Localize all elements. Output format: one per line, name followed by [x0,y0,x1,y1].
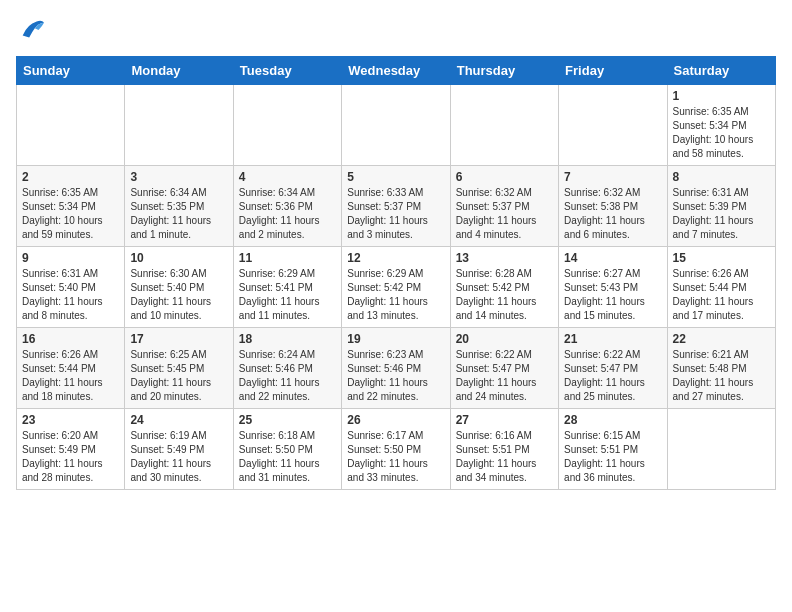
day-number: 19 [347,332,444,346]
day-header-tuesday: Tuesday [233,57,341,85]
day-number: 1 [673,89,770,103]
logo-bird-icon [18,16,46,44]
day-info: Sunrise: 6:35 AM Sunset: 5:34 PM Dayligh… [22,186,119,242]
calendar-cell [450,85,558,166]
calendar-cell: 13Sunrise: 6:28 AM Sunset: 5:42 PM Dayli… [450,247,558,328]
day-number: 27 [456,413,553,427]
calendar-cell [559,85,667,166]
calendar-cell: 2Sunrise: 6:35 AM Sunset: 5:34 PM Daylig… [17,166,125,247]
day-number: 12 [347,251,444,265]
calendar-cell: 7Sunrise: 6:32 AM Sunset: 5:38 PM Daylig… [559,166,667,247]
day-header-friday: Friday [559,57,667,85]
calendar-cell: 12Sunrise: 6:29 AM Sunset: 5:42 PM Dayli… [342,247,450,328]
calendar-cell: 20Sunrise: 6:22 AM Sunset: 5:47 PM Dayli… [450,328,558,409]
day-info: Sunrise: 6:22 AM Sunset: 5:47 PM Dayligh… [456,348,553,404]
day-info: Sunrise: 6:21 AM Sunset: 5:48 PM Dayligh… [673,348,770,404]
calendar-week-3: 16Sunrise: 6:26 AM Sunset: 5:44 PM Dayli… [17,328,776,409]
day-number: 8 [673,170,770,184]
calendar-cell: 5Sunrise: 6:33 AM Sunset: 5:37 PM Daylig… [342,166,450,247]
day-header-thursday: Thursday [450,57,558,85]
calendar-cell: 4Sunrise: 6:34 AM Sunset: 5:36 PM Daylig… [233,166,341,247]
calendar-cell: 23Sunrise: 6:20 AM Sunset: 5:49 PM Dayli… [17,409,125,490]
day-info: Sunrise: 6:17 AM Sunset: 5:50 PM Dayligh… [347,429,444,485]
day-number: 25 [239,413,336,427]
day-number: 23 [22,413,119,427]
day-header-wednesday: Wednesday [342,57,450,85]
day-number: 15 [673,251,770,265]
calendar-header: SundayMondayTuesdayWednesdayThursdayFrid… [17,57,776,85]
calendar-week-4: 23Sunrise: 6:20 AM Sunset: 5:49 PM Dayli… [17,409,776,490]
calendar-cell: 19Sunrise: 6:23 AM Sunset: 5:46 PM Dayli… [342,328,450,409]
calendar-cell: 11Sunrise: 6:29 AM Sunset: 5:41 PM Dayli… [233,247,341,328]
calendar-cell: 1Sunrise: 6:35 AM Sunset: 5:34 PM Daylig… [667,85,775,166]
calendar-cell: 16Sunrise: 6:26 AM Sunset: 5:44 PM Dayli… [17,328,125,409]
calendar-cell: 3Sunrise: 6:34 AM Sunset: 5:35 PM Daylig… [125,166,233,247]
calendar-cell [342,85,450,166]
day-number: 3 [130,170,227,184]
day-number: 14 [564,251,661,265]
day-info: Sunrise: 6:25 AM Sunset: 5:45 PM Dayligh… [130,348,227,404]
day-number: 20 [456,332,553,346]
calendar-cell: 6Sunrise: 6:32 AM Sunset: 5:37 PM Daylig… [450,166,558,247]
calendar-cell: 28Sunrise: 6:15 AM Sunset: 5:51 PM Dayli… [559,409,667,490]
day-number: 17 [130,332,227,346]
day-info: Sunrise: 6:33 AM Sunset: 5:37 PM Dayligh… [347,186,444,242]
calendar-cell: 18Sunrise: 6:24 AM Sunset: 5:46 PM Dayli… [233,328,341,409]
day-info: Sunrise: 6:23 AM Sunset: 5:46 PM Dayligh… [347,348,444,404]
day-number: 6 [456,170,553,184]
calendar-body: 1Sunrise: 6:35 AM Sunset: 5:34 PM Daylig… [17,85,776,490]
day-number: 16 [22,332,119,346]
day-info: Sunrise: 6:35 AM Sunset: 5:34 PM Dayligh… [673,105,770,161]
calendar-cell: 9Sunrise: 6:31 AM Sunset: 5:40 PM Daylig… [17,247,125,328]
calendar-week-2: 9Sunrise: 6:31 AM Sunset: 5:40 PM Daylig… [17,247,776,328]
day-info: Sunrise: 6:18 AM Sunset: 5:50 PM Dayligh… [239,429,336,485]
day-header-sunday: Sunday [17,57,125,85]
day-info: Sunrise: 6:20 AM Sunset: 5:49 PM Dayligh… [22,429,119,485]
calendar-cell [125,85,233,166]
day-info: Sunrise: 6:31 AM Sunset: 5:39 PM Dayligh… [673,186,770,242]
calendar-cell: 24Sunrise: 6:19 AM Sunset: 5:49 PM Dayli… [125,409,233,490]
day-header-monday: Monday [125,57,233,85]
day-info: Sunrise: 6:26 AM Sunset: 5:44 PM Dayligh… [22,348,119,404]
day-info: Sunrise: 6:16 AM Sunset: 5:51 PM Dayligh… [456,429,553,485]
day-info: Sunrise: 6:29 AM Sunset: 5:42 PM Dayligh… [347,267,444,323]
calendar-cell [233,85,341,166]
day-number: 28 [564,413,661,427]
calendar-cell: 14Sunrise: 6:27 AM Sunset: 5:43 PM Dayli… [559,247,667,328]
logo-text [16,16,46,44]
calendar-table: SundayMondayTuesdayWednesdayThursdayFrid… [16,56,776,490]
day-number: 4 [239,170,336,184]
day-info: Sunrise: 6:22 AM Sunset: 5:47 PM Dayligh… [564,348,661,404]
calendar-cell: 27Sunrise: 6:16 AM Sunset: 5:51 PM Dayli… [450,409,558,490]
day-info: Sunrise: 6:27 AM Sunset: 5:43 PM Dayligh… [564,267,661,323]
day-info: Sunrise: 6:34 AM Sunset: 5:35 PM Dayligh… [130,186,227,242]
day-number: 18 [239,332,336,346]
calendar-week-1: 2Sunrise: 6:35 AM Sunset: 5:34 PM Daylig… [17,166,776,247]
day-number: 9 [22,251,119,265]
calendar-cell: 25Sunrise: 6:18 AM Sunset: 5:50 PM Dayli… [233,409,341,490]
day-number: 5 [347,170,444,184]
day-info: Sunrise: 6:26 AM Sunset: 5:44 PM Dayligh… [673,267,770,323]
day-number: 13 [456,251,553,265]
day-number: 26 [347,413,444,427]
day-info: Sunrise: 6:31 AM Sunset: 5:40 PM Dayligh… [22,267,119,323]
header-row: SundayMondayTuesdayWednesdayThursdayFrid… [17,57,776,85]
day-number: 21 [564,332,661,346]
day-info: Sunrise: 6:34 AM Sunset: 5:36 PM Dayligh… [239,186,336,242]
day-header-saturday: Saturday [667,57,775,85]
calendar-cell: 17Sunrise: 6:25 AM Sunset: 5:45 PM Dayli… [125,328,233,409]
day-info: Sunrise: 6:28 AM Sunset: 5:42 PM Dayligh… [456,267,553,323]
day-info: Sunrise: 6:32 AM Sunset: 5:38 PM Dayligh… [564,186,661,242]
calendar-cell: 21Sunrise: 6:22 AM Sunset: 5:47 PM Dayli… [559,328,667,409]
page-header [16,16,776,44]
day-number: 2 [22,170,119,184]
day-number: 11 [239,251,336,265]
calendar-cell: 26Sunrise: 6:17 AM Sunset: 5:50 PM Dayli… [342,409,450,490]
day-info: Sunrise: 6:15 AM Sunset: 5:51 PM Dayligh… [564,429,661,485]
calendar-cell: 22Sunrise: 6:21 AM Sunset: 5:48 PM Dayli… [667,328,775,409]
day-info: Sunrise: 6:19 AM Sunset: 5:49 PM Dayligh… [130,429,227,485]
calendar-cell: 8Sunrise: 6:31 AM Sunset: 5:39 PM Daylig… [667,166,775,247]
logo [16,16,46,44]
day-info: Sunrise: 6:30 AM Sunset: 5:40 PM Dayligh… [130,267,227,323]
calendar-cell: 15Sunrise: 6:26 AM Sunset: 5:44 PM Dayli… [667,247,775,328]
